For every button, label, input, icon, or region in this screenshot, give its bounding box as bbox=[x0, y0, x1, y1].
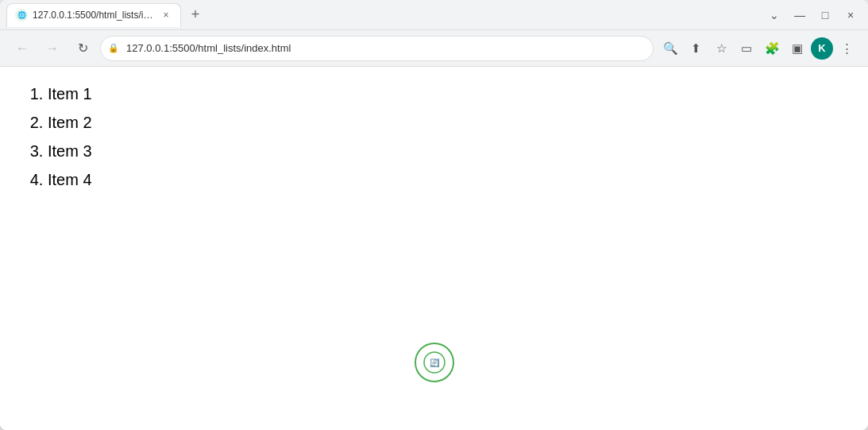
list-item: Item 1 bbox=[48, 79, 852, 108]
ordered-list: Item 1Item 2Item 3Item 4 bbox=[16, 79, 852, 194]
reload-button[interactable]: ↻ bbox=[70, 36, 95, 61]
back-button[interactable]: ← bbox=[10, 36, 35, 61]
list-item: Item 3 bbox=[48, 137, 852, 165]
lock-icon: 🔒 bbox=[108, 43, 119, 53]
nav-right-icons: 🔍 ⬆ ☆ ▭ 🧩 ▣ K ⋮ bbox=[658, 37, 858, 60]
tab-strip: 🌐 127.0.0.1:5500/html_lists/index. × + bbox=[6, 0, 763, 29]
maximize-button[interactable]: □ bbox=[814, 4, 836, 26]
minimize-button[interactable]: — bbox=[789, 4, 811, 26]
list-item: Item 2 bbox=[48, 108, 852, 137]
list-item: Item 4 bbox=[48, 165, 852, 194]
overlay-svg: 🔄 bbox=[422, 351, 446, 374]
address-bar[interactable] bbox=[100, 36, 654, 61]
profile-button[interactable]: K bbox=[811, 37, 833, 60]
tab-close-button[interactable]: × bbox=[160, 9, 172, 21]
title-bar-controls: ⌄ — □ × bbox=[763, 4, 862, 26]
share-icon-button[interactable]: ⬆ bbox=[684, 37, 708, 60]
chevron-down-button[interactable]: ⌄ bbox=[763, 4, 785, 26]
svg-text:🔄: 🔄 bbox=[430, 358, 440, 368]
tab-title: 127.0.0.1:5500/html_lists/index. bbox=[33, 10, 155, 21]
menu-button[interactable]: ⋮ bbox=[835, 37, 858, 60]
extension-icon-button[interactable]: 🧩 bbox=[760, 37, 784, 60]
sidebar-icon-button[interactable]: ▣ bbox=[785, 37, 809, 60]
screenshot-icon-button[interactable]: ▭ bbox=[735, 37, 758, 60]
content-area: Item 1Item 2Item 3Item 4 🔄 bbox=[0, 67, 868, 430]
address-bar-wrapper: 🔒 bbox=[100, 36, 654, 61]
bookmark-icon-button[interactable]: ☆ bbox=[709, 37, 733, 60]
browser-window: 🌐 127.0.0.1:5500/html_lists/index. × + ⌄… bbox=[0, 0, 868, 430]
new-tab-button[interactable]: + bbox=[184, 4, 206, 26]
overlay-icon: 🔄 bbox=[415, 343, 454, 382]
tab-favicon: 🌐 bbox=[15, 9, 28, 21]
close-button[interactable]: × bbox=[839, 4, 862, 26]
search-icon-button[interactable]: 🔍 bbox=[658, 37, 682, 60]
nav-bar: ← → ↻ 🔒 🔍 ⬆ ☆ ▭ 🧩 ▣ K ⋮ bbox=[0, 30, 868, 67]
active-tab[interactable]: 🌐 127.0.0.1:5500/html_lists/index. × bbox=[6, 3, 181, 27]
forward-button[interactable]: → bbox=[40, 36, 65, 61]
title-bar: 🌐 127.0.0.1:5500/html_lists/index. × + ⌄… bbox=[0, 0, 868, 30]
